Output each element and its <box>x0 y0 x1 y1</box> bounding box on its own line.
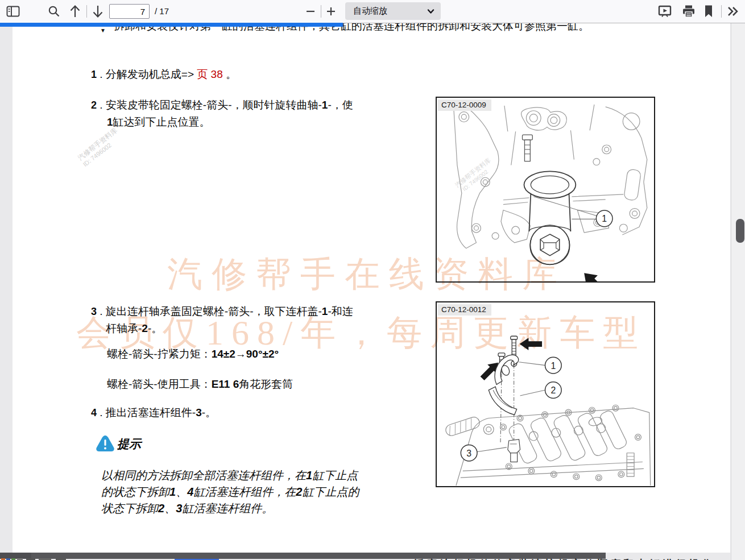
bearing-shell-art <box>489 387 516 414</box>
clipped-text-fragments: 活塞连杆组件的安装请按规定的顺序和力矩进行操作 <box>414 557 715 560</box>
callout-3: 3 <box>461 445 477 461</box>
step-3-line1: 3 . 旋出连杆轴承盖固定螺栓-箭头-，取下连杆盖-1-和连 <box>91 304 353 319</box>
toolbar-separator <box>321 5 321 18</box>
conrod-bearing-diagram: 1 2 3 <box>437 302 654 486</box>
note-line1: 以相同的方法拆卸全部活塞连杆组件，在1缸下止点 <box>101 468 358 483</box>
stud-bolt <box>523 135 533 161</box>
next-page-button[interactable] <box>89 0 107 23</box>
svg-text:3: 3 <box>466 449 471 458</box>
step-text[interactable]: . 分解发动机总成=> 页 38 。 <box>97 68 237 80</box>
step-number: 3 <box>91 306 97 317</box>
figure-label: C70-12-0009 <box>438 99 491 111</box>
page-count-label: / 17 <box>155 6 169 16</box>
figure-label: C70-12-0012 <box>438 304 491 316</box>
zoom-in-button[interactable] <box>324 0 338 23</box>
search-icon <box>48 5 60 18</box>
torque-spec: 螺栓-箭头-拧紧力矩：14±2→90°±2° <box>107 347 279 362</box>
current-view-button[interactable] <box>701 0 717 23</box>
step-number: 4 <box>91 407 97 418</box>
toolbar-separator <box>721 5 722 18</box>
figure-c70-12-0009: 汽修帮手资料库 ID: 7496002 <box>436 97 655 283</box>
arrow-up-icon <box>68 4 82 19</box>
step-number: 2 <box>91 99 97 111</box>
pdf-page: 汽修帮手在线资料库 会员仅168/年，每周更新车型 汽修帮手资料库 ID: 74… <box>13 23 730 553</box>
zoom-select-value: 自动缩放 <box>345 6 387 16</box>
zoom-out-button[interactable] <box>304 0 317 23</box>
sidebar-toggle-icon <box>6 6 20 17</box>
callout-1: 1 <box>596 210 612 227</box>
scrollbar-track[interactable] <box>731 23 745 560</box>
toolbar-separator <box>86 5 87 18</box>
pdf-toolbar: / 17 自动缩放 <box>0 0 745 23</box>
toggle-sidebar-button[interactable] <box>5 0 22 23</box>
step-1: 1 . 分解发动机总成=> 页 38 。 <box>91 67 237 82</box>
step-3-line2: 杆轴承-2-。 <box>106 321 162 336</box>
figure-c70-12-0012: 1 2 3 C70-12-0012 <box>436 301 655 487</box>
presentation-icon <box>658 5 672 18</box>
direction-arrow-icon <box>578 267 609 281</box>
more-tools-button[interactable] <box>725 0 742 23</box>
note-line3: 状态下拆卸2、3缸活塞连杆组件。 <box>101 501 273 516</box>
bookmark-icon <box>703 5 714 18</box>
direction-arrow-icon <box>478 338 542 383</box>
crank-pulley-bolt-tool <box>524 171 576 264</box>
zoom-select[interactable]: 自动缩放 <box>345 2 441 20</box>
print-button[interactable] <box>679 0 698 23</box>
presentation-mode-button[interactable] <box>655 0 674 23</box>
list-bullet-icon: ▼ <box>100 27 106 34</box>
step-number: 1 <box>91 69 97 80</box>
find-button[interactable] <box>45 0 63 23</box>
page-number-input[interactable] <box>109 4 150 19</box>
conrod-art <box>508 439 520 462</box>
plus-icon <box>326 7 336 16</box>
scrollbar-thumb[interactable] <box>736 219 744 243</box>
tool-spec: 螺栓-箭头-使用工具：E11 6角花形套筒 <box>107 377 293 392</box>
callout-1: 1 <box>545 357 562 374</box>
engine-front-diagram: 汽修帮手资料库 ID: 7496002 <box>437 98 654 281</box>
step-4: 4 . 推出活塞连杆组件-3-。 <box>91 405 216 420</box>
callout-2: 2 <box>545 382 562 399</box>
engine-block-art <box>444 405 650 486</box>
svg-text:1: 1 <box>602 214 607 223</box>
loading-progress-bar <box>0 23 343 27</box>
chevron-double-right-icon <box>726 5 740 18</box>
note-title: 提示 <box>117 436 141 452</box>
printer-icon <box>682 5 696 18</box>
previous-page-button[interactable] <box>66 0 84 23</box>
svg-text:1: 1 <box>551 361 556 371</box>
note-line2: 的状态下拆卸1、4缸活塞连杆组件，在2缸下止点的 <box>101 484 359 500</box>
bearing-cap-art <box>495 355 519 384</box>
step-2-line2: 1缸达到下止点位置。 <box>107 115 210 130</box>
arrow-down-icon <box>91 4 105 19</box>
minus-icon <box>306 7 315 16</box>
svg-text:2: 2 <box>551 385 556 395</box>
warning-triangle-icon <box>96 434 115 454</box>
chevron-down-icon <box>427 8 434 15</box>
step-2-line1: 2 . 安装皮带轮固定螺栓-箭头-，顺时针旋转曲轴-1-，使 <box>91 98 353 113</box>
